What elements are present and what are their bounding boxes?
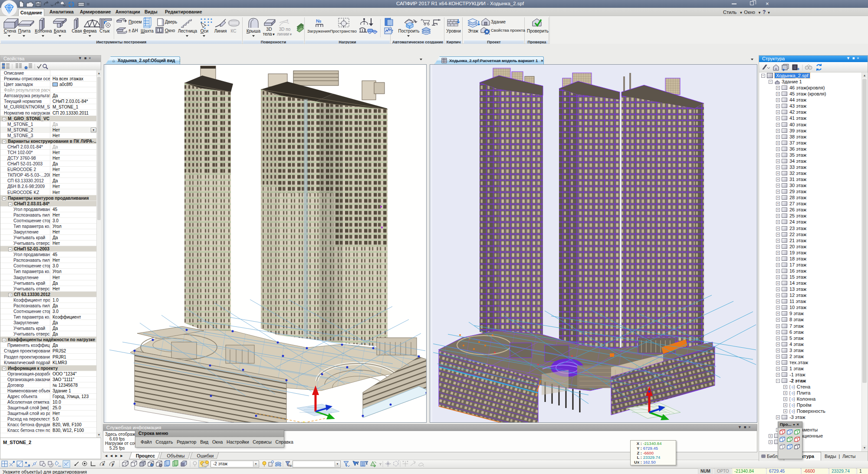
svg-text:x: x (102, 462, 105, 466)
svg-text:1: 1 (286, 19, 289, 23)
svg-text:№: № (289, 464, 292, 467)
svg-text:y: y (112, 462, 114, 466)
svg-text:№: № (316, 18, 321, 23)
